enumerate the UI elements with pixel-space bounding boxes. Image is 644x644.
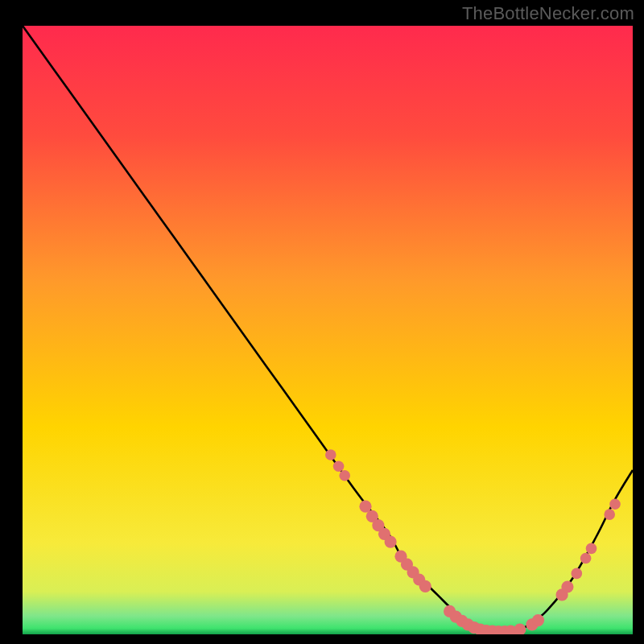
curve-marker	[532, 614, 544, 626]
curve-marker	[419, 580, 431, 592]
curve-marker	[580, 553, 592, 564]
chart-stage: TheBottleNecker.com	[0, 0, 644, 644]
curve-marker	[586, 543, 597, 555]
attribution-text: TheBottleNecker.com	[462, 3, 634, 24]
curve-marker	[333, 461, 345, 473]
curve-marker	[604, 509, 615, 520]
plot-area	[23, 26, 633, 634]
curve-marker	[339, 470, 350, 481]
curve-marker	[572, 568, 583, 580]
curve-marker	[325, 449, 336, 460]
curve-marker	[385, 536, 397, 548]
curve-marker	[609, 498, 621, 510]
chart-svg	[0, 0, 644, 644]
curve-marker	[514, 623, 526, 635]
curve-marker	[561, 580, 573, 592]
